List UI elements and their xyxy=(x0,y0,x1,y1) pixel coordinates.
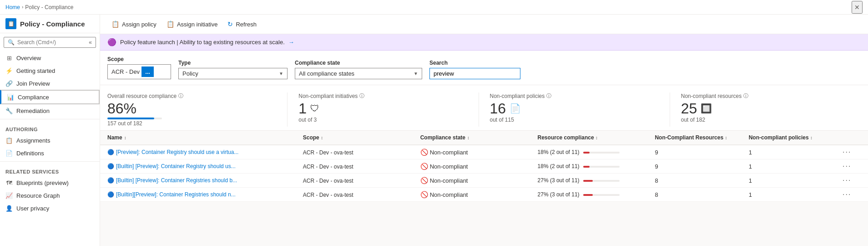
initiatives-info-icon[interactable]: ⓘ xyxy=(359,92,364,99)
scope-dots-button[interactable]: ... xyxy=(141,67,154,77)
row4-noncompliant: 8 xyxy=(655,191,748,198)
collapse-icon[interactable]: « xyxy=(89,39,92,46)
row3-resource-fill xyxy=(583,180,593,182)
overall-label: Overall resource compliance ⓘ xyxy=(107,92,276,99)
col-header-compliance: Compliance state ↕ xyxy=(420,134,538,141)
row4-compliance-text: Non-compliant xyxy=(430,191,468,198)
banner-link[interactable]: → xyxy=(288,39,294,46)
refresh-button[interactable]: ↻ Refresh xyxy=(223,18,261,30)
compliance-value: All compliance states xyxy=(299,70,354,77)
row2-name-icon: 🔵 xyxy=(107,163,114,169)
row2-scope: ACR - Dev - ova-test xyxy=(303,163,420,170)
overall-number: 86% xyxy=(107,101,136,116)
row3-policies: 1 xyxy=(749,177,843,184)
resources-info-icon[interactable]: ⓘ xyxy=(743,92,748,99)
initiatives-label-text: Non-compliant initiatives xyxy=(298,93,358,99)
compliance-chevron-icon: ▼ xyxy=(414,71,418,76)
compliance-state-label: Compliance state xyxy=(295,60,422,66)
overall-progress-fill xyxy=(107,118,154,119)
row1-compliance-text: Non-compliant xyxy=(430,149,468,156)
col-name-sort-icon[interactable]: ↕ xyxy=(124,135,126,140)
row3-resource-text: 27% (3 out of 11) xyxy=(538,177,580,184)
sidebar-label-remediation: Remediation xyxy=(16,108,50,114)
assign-initiative-button[interactable]: 📋 Assign initiative xyxy=(162,18,222,30)
sidebar-item-compliance[interactable]: 📊 Compliance xyxy=(0,90,100,104)
search-box: 🔍 « xyxy=(0,33,100,51)
assign-policy-button[interactable]: 📋 Assign policy xyxy=(107,18,161,30)
scope-select[interactable]: ACR - Dev ... xyxy=(107,64,171,79)
col-scope-label: Scope xyxy=(303,134,319,141)
stat-resources: Non-compliant resources ⓘ 25 🔲 out of 18… xyxy=(670,92,861,127)
sidebar-label-getting-started: Getting started xyxy=(16,67,55,74)
row3-noncompliant: 8 xyxy=(655,177,748,184)
row4-scope-text: ACR - Dev - ova-test xyxy=(303,192,353,198)
row4-more-button[interactable]: ··· xyxy=(843,190,851,198)
col-header-policies: Non-compliant policies ↕ xyxy=(749,134,843,141)
sidebar-item-assignments[interactable]: 📋 Assignments xyxy=(0,134,100,147)
policies-info-icon[interactable]: ⓘ xyxy=(546,92,551,99)
stat-overall: Overall resource compliance ⓘ 86% 157 ou… xyxy=(107,92,287,127)
row3-actions: ··· xyxy=(843,176,861,184)
row4-name-link[interactable]: [Builtin][Preview]: Container Registries… xyxy=(116,191,236,198)
sidebar-item-getting-started[interactable]: ⚡ Getting started xyxy=(0,64,100,77)
row2-compliance-icon: 🚫 xyxy=(420,163,428,170)
sidebar-item-remediation[interactable]: 🔧 Remediation xyxy=(0,104,100,117)
refresh-label: Refresh xyxy=(236,21,257,28)
sidebar-item-definitions[interactable]: 📄 Definitions xyxy=(0,147,100,159)
resources-label: Non-compliant resources ⓘ xyxy=(681,92,850,99)
col-resource-sort-icon[interactable]: ↕ xyxy=(595,135,598,140)
row1-name-icon: 🔵 xyxy=(107,149,114,155)
refresh-icon: ↻ xyxy=(227,20,233,28)
row1-name-link[interactable]: [Preview]: Container Registry should use… xyxy=(116,149,238,155)
row1-name: 🔵 [Preview]: Container Registry should u… xyxy=(107,149,303,155)
overall-progress-bar xyxy=(107,118,162,119)
resources-sub: out of 182 xyxy=(681,117,850,123)
row3-scope-text: ACR - Dev - ova-test xyxy=(303,178,353,184)
row4-resource: 27% (3 out of 11) xyxy=(538,191,655,198)
banner-text: Policy feature launch | Ability to tag e… xyxy=(120,39,285,46)
row2-resource: 18% (2 out of 11) xyxy=(538,163,655,169)
row3-more-button[interactable]: ··· xyxy=(843,176,851,184)
sidebar-item-overview[interactable]: ⊞ Overview xyxy=(0,51,100,64)
table-row: 🔵 [Builtin] [Preview]: Container Registr… xyxy=(100,159,868,174)
overall-info-icon[interactable]: ⓘ xyxy=(178,92,183,99)
search-icon: 🔍 xyxy=(8,39,15,46)
getting-started-icon: ⚡ xyxy=(5,67,13,74)
col-policies-label: Non-compliant policies xyxy=(749,134,809,141)
row3-name-icon: 🔵 xyxy=(107,177,114,184)
row2-compliance: 🚫 Non-compliant xyxy=(420,163,538,170)
search-filter-input[interactable] xyxy=(429,68,520,79)
definitions-icon: 📄 xyxy=(5,149,13,157)
type-select[interactable]: Policy ▼ xyxy=(178,68,288,79)
page-icon: 📋 xyxy=(5,18,16,29)
col-compliance-sort-icon[interactable]: ↕ xyxy=(467,135,469,140)
row4-name: 🔵 [Builtin][Preview]: Container Registri… xyxy=(107,191,303,198)
col-scope-sort-icon[interactable]: ↕ xyxy=(321,135,323,140)
row3-noncompliant-count: 8 xyxy=(655,177,658,184)
row2-actions: ··· xyxy=(843,162,861,170)
col-noncompliant-sort-icon[interactable]: ↕ xyxy=(725,135,727,140)
policies-number: 16 xyxy=(490,101,506,116)
col-policies-sort-icon[interactable]: ↕ xyxy=(810,135,812,140)
compliance-select[interactable]: All compliance states ▼ xyxy=(295,68,422,79)
filters-row: Scope ACR - Dev ... Type Policy ▼ xyxy=(100,51,868,85)
assign-policy-label: Assign policy xyxy=(122,21,156,28)
top-bar: Home › Policy - Compliance ✕ xyxy=(0,0,868,15)
row2-more-button[interactable]: ··· xyxy=(843,162,851,170)
row1-more-button[interactable]: ··· xyxy=(843,148,851,156)
row2-name-link[interactable]: [Builtin] [Preview]: Container Registry … xyxy=(116,163,236,169)
sidebar-item-join-preview[interactable]: 🔗 Join Preview xyxy=(0,77,100,90)
initiatives-number: 1 xyxy=(298,101,307,116)
close-button[interactable]: ✕ xyxy=(852,1,863,14)
assign-initiative-label: Assign initiative xyxy=(177,21,218,28)
row3-name-link[interactable]: [Builtin] [Preview]: Container Registrie… xyxy=(116,177,237,184)
compliance-filter-group: Compliance state All compliance states ▼ xyxy=(295,60,422,79)
sidebar-item-resource-graph[interactable]: 📈 Resource Graph xyxy=(0,189,100,202)
breadcrumb-home[interactable]: Home xyxy=(5,4,20,10)
scope-value: ACR - Dev xyxy=(111,68,140,75)
sidebar-item-blueprints[interactable]: 🗺 Blueprints (preview) xyxy=(0,176,100,189)
search-input[interactable] xyxy=(17,39,86,46)
sidebar-item-user-privacy[interactable]: 👤 User privacy xyxy=(0,202,100,215)
table-container: Name ↕ Scope ↕ Compliance state ↕ Resour… xyxy=(100,131,868,202)
banner-icon: 🟣 xyxy=(107,38,116,46)
